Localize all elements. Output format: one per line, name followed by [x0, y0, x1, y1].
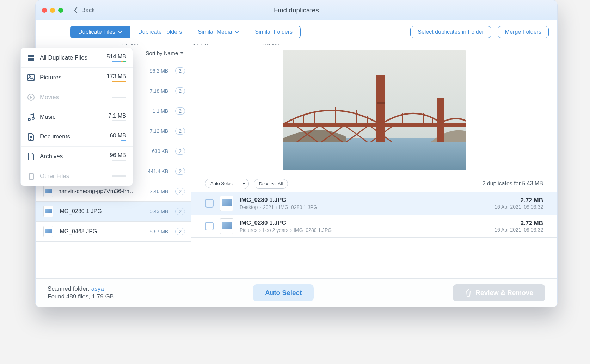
tab-bar: Duplicate Files Duplicate Folders Simila…: [70, 26, 301, 38]
preview-image-area: [191, 45, 557, 175]
review-label: Review & Remove: [475, 289, 533, 297]
tab-duplicate-files[interactable]: Duplicate Files: [70, 26, 130, 38]
duplicate-count-badge: 2: [175, 148, 185, 155]
minimize-icon[interactable]: [50, 8, 55, 13]
file-thumbnail-icon: [43, 206, 53, 217]
category-label: Movies: [40, 94, 107, 101]
duplicate-row[interactable]: IMG_0280 1.JPGDesktop›2021›IMG_0280 1.JP…: [191, 192, 557, 215]
footer: Scanned folder: asya Found 489 files, 1.…: [36, 278, 557, 307]
files-icon: [27, 172, 35, 180]
file-size: 5.97 MB: [150, 229, 168, 234]
category-pictures[interactable]: Pictures 173 MB: [21, 68, 133, 87]
file-thumbnail-icon: [43, 226, 53, 237]
auto-select-button[interactable]: Auto Select: [205, 179, 239, 188]
category-label: Archives: [40, 153, 105, 160]
category-label: Other Files: [40, 173, 107, 180]
file-size: 7.18 MB: [150, 88, 168, 94]
file-size: 5.43 MB: [150, 209, 168, 214]
title-bar: Back Find duplicates: [36, 0, 557, 20]
duplicate-file-date: 16 Apr 2021, 09:03:32: [494, 227, 543, 233]
row-checkbox[interactable]: [205, 222, 214, 230]
tab-duplicate-folders[interactable]: Duplicate Folders: [130, 26, 190, 38]
category-size: 60 MB: [110, 132, 126, 139]
window-title: Find duplicates: [36, 6, 557, 14]
duplicate-file-size: 2.72 MB: [521, 197, 543, 204]
document-icon: [27, 133, 35, 141]
deselect-all-button[interactable]: Deselect All: [254, 179, 288, 189]
row-checkbox[interactable]: [205, 199, 214, 208]
category-label: All Duplicate Files: [40, 54, 102, 61]
duplicate-rows: IMG_0280 1.JPGDesktop›2021›IMG_0280 1.JP…: [191, 192, 557, 238]
svg-point-35: [32, 117, 34, 119]
file-size: 96.2 MB: [150, 68, 168, 74]
auto-select-split: Auto Select ▾: [205, 179, 249, 189]
file-size: 2.46 MB: [150, 189, 168, 194]
tab-label: Similar Folders: [255, 29, 293, 35]
duplicate-count-badge: 2: [175, 107, 185, 115]
duplicate-file-path: Desktop›2021›IMG_0280 1.JPG: [240, 204, 488, 210]
preview-panel: Auto Select ▾ Deselect All 2 duplicates …: [191, 45, 557, 279]
category-movies[interactable]: Movies: [21, 87, 133, 107]
file-row[interactable]: IMG_0280 1.JPG5.43 MB2: [36, 202, 191, 222]
tab-similar-folders[interactable]: Similar Folders: [247, 26, 300, 38]
svg-point-34: [28, 118, 30, 121]
zoom-icon[interactable]: [58, 8, 63, 13]
svg-rect-30: [31, 58, 34, 61]
chevron-down-icon: [235, 31, 239, 33]
chevron-down-icon: [118, 31, 122, 33]
duplicate-summary: 2 duplicates for 5.43 MB: [482, 180, 543, 187]
merge-folders-button[interactable]: Merge Folders: [498, 26, 549, 38]
category-all[interactable]: All Duplicate Files 514 MB: [21, 48, 133, 68]
tab-label: Duplicate Folders: [138, 29, 182, 35]
footer-auto-select-button[interactable]: Auto Select: [253, 284, 314, 301]
scanned-folder-link[interactable]: asya: [91, 285, 104, 292]
close-icon[interactable]: [42, 8, 47, 13]
category-size: 7.1 MB: [108, 113, 126, 119]
file-size: 7.12 MB: [150, 128, 168, 134]
sort-label: Sort by Name: [146, 50, 178, 56]
toolbar: Duplicate Files Duplicate Folders Simila…: [36, 20, 557, 41]
duplicate-count-badge: 2: [175, 128, 185, 135]
category-music[interactable]: Music 7.1 MB: [21, 107, 133, 127]
svg-rect-36: [29, 174, 33, 179]
svg-rect-3: [376, 101, 385, 104]
tab-label: Duplicate Files: [78, 29, 115, 35]
auto-select-menu[interactable]: ▾: [239, 179, 249, 189]
svg-rect-27: [28, 55, 31, 57]
category-size: 514 MB: [107, 54, 126, 60]
file-thumbnail-icon: [43, 186, 53, 197]
category-documents[interactable]: Documents 60 MB: [21, 127, 133, 147]
category-archives[interactable]: Archives 96 MB: [21, 147, 133, 166]
duplicate-count-badge: 2: [175, 228, 185, 235]
duplicate-count-badge: 2: [175, 208, 185, 215]
review-remove-button[interactable]: Review & Remove: [453, 284, 545, 301]
duplicate-count-badge: 2: [175, 87, 185, 94]
duplicate-count-badge: 2: [175, 168, 185, 175]
category-size: 96 MB: [110, 152, 126, 159]
select-duplicates-in-folder-button[interactable]: Select duplicates in Folder: [410, 26, 491, 38]
svg-rect-31: [27, 75, 35, 80]
duplicate-row[interactable]: IMG_0280 1.JPGPictures›Leo 2 years›IMG_0…: [191, 215, 557, 238]
category-popover: All Duplicate Files 514 MB Pictures 173 …: [20, 48, 133, 186]
file-thumbnail-icon: [220, 218, 233, 234]
archive-icon: [27, 153, 35, 160]
svg-rect-4: [438, 98, 443, 142]
back-button[interactable]: Back: [74, 7, 95, 14]
file-name: hanvin-cheong-pp7Vm36-fm…: [58, 188, 145, 195]
scanned-folder-label: Scanned folder:: [48, 285, 91, 292]
tab-similar-media[interactable]: Similar Media: [190, 26, 247, 38]
caret-down-icon: [180, 52, 184, 54]
duplicate-file-date: 16 Apr 2021, 09:03:32: [494, 204, 543, 210]
chevron-left-icon: [74, 7, 78, 13]
category-size: 173 MB: [107, 73, 126, 80]
duplicate-file-name: IMG_0280 1.JPG: [240, 197, 488, 204]
svg-rect-5: [283, 124, 466, 127]
category-other[interactable]: Other Files: [21, 166, 133, 186]
svg-rect-1: [283, 138, 466, 170]
file-row[interactable]: IMG_0468.JPG5.97 MB2: [36, 222, 191, 242]
file-name: IMG_0468.JPG: [58, 228, 145, 235]
svg-rect-29: [28, 58, 31, 61]
back-label: Back: [81, 7, 95, 14]
file-thumbnail-icon: [220, 196, 233, 211]
category-label: Pictures: [40, 74, 102, 81]
